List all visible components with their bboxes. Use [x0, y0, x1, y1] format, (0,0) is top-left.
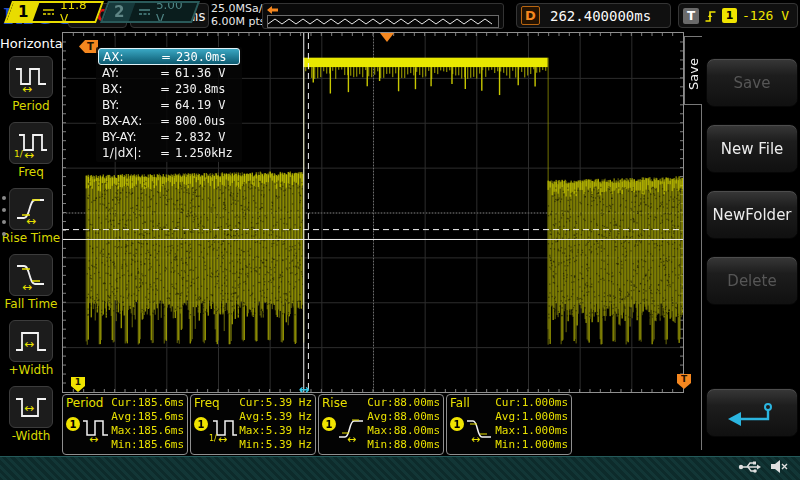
- measurement-panel-rise[interactable]: Rise 1 ↔ Cur:88.00ms Avg:88.00ms Max:88.…: [318, 394, 444, 455]
- cursor-measurement-panel: AX: = 230.0ms AY: = 61.36 V BX: = 230.8m…: [96, 47, 242, 162]
- waveform-position-thumbnail[interactable]: [262, 3, 504, 29]
- menu-item-period[interactable]: ↔ Period: [0, 56, 62, 113]
- measurement-panel-freq[interactable]: Freq 1 1/ ↔ Cur:5.39 Hz Avg:5.39 Hz Max:…: [190, 394, 316, 455]
- menu-item-plus-width[interactable]: ↔ +Width: [0, 320, 62, 377]
- svg-text:1/: 1/: [209, 434, 217, 443]
- channel1-badge: 1: [322, 417, 336, 431]
- menu-item-freq[interactable]: 1/ ↔ Freq: [0, 122, 62, 179]
- svg-text:↔: ↔: [218, 433, 227, 443]
- memory-depth: 6.00M pts: [211, 15, 268, 28]
- return-arrow-icon: [724, 400, 780, 426]
- fall-time-icon: ↔: [9, 254, 53, 296]
- trigger-t-badge: T: [683, 8, 699, 24]
- period-glyph-icon: ↔: [81, 413, 111, 447]
- freq-glyph-icon: 1/ ↔: [209, 413, 239, 447]
- trigger-source-badge: 1: [722, 8, 737, 23]
- menu-scroll-indicator: [2, 196, 6, 236]
- save-button[interactable]: Save: [706, 58, 798, 107]
- menu-item-rise-time[interactable]: ↔ Rise Time: [0, 188, 62, 245]
- dc-coupling-icon: [138, 7, 151, 17]
- delete-button[interactable]: Delete: [706, 256, 798, 305]
- channel1-badge: 1: [194, 417, 208, 431]
- delay-box[interactable]: D 262.400000ms: [516, 3, 671, 28]
- menu-item-fall-time[interactable]: ↔ Fall Time: [0, 254, 62, 311]
- thumbnail-window: [267, 15, 499, 28]
- svg-text:↔: ↔: [26, 214, 36, 226]
- channel2-tab[interactable]: 2 5.00 V: [100, 1, 200, 23]
- menu-frame-line: [684, 36, 702, 37]
- sample-rate: 25.0MSa/s: [211, 2, 268, 15]
- cursor-row-by-ay[interactable]: BY-AY: = 2.832 V: [98, 129, 240, 145]
- delay-value: 262.400000ms: [550, 8, 651, 24]
- new-folder-button[interactable]: NewFolder: [706, 190, 798, 239]
- oscilloscope-screen: RIGOL STOP H 20.0ms 25.0MSa/s 6.00M pts …: [0, 0, 800, 480]
- rise-glyph-icon: ↔: [337, 413, 367, 447]
- svg-text:↔: ↔: [24, 401, 34, 415]
- channel1-tab[interactable]: 1 11.8 V: [4, 1, 104, 23]
- channel1-badge: 1: [66, 417, 80, 431]
- trigger-position-thumb-icon: [267, 6, 278, 14]
- menu-item-label: Fall Time: [0, 297, 62, 311]
- svg-text:↔: ↔: [24, 148, 34, 160]
- new-file-button[interactable]: New File: [706, 124, 798, 173]
- fall-glyph-icon: ↔: [465, 413, 495, 447]
- menu-frame-line: [701, 104, 702, 450]
- dc-coupling-icon: [42, 7, 55, 17]
- trigger-level-value: -126 V: [742, 8, 789, 23]
- plus-width-icon: ↔: [9, 320, 53, 362]
- delay-d-badge: D: [521, 6, 540, 25]
- cursor-row-ax[interactable]: AX: = 230.0ms: [98, 48, 240, 65]
- channel1-scale: 11.8 V: [60, 1, 98, 23]
- speaker-muted-icon: [770, 459, 789, 474]
- thumbnail-waveform: [268, 19, 492, 24]
- trigger-position-icon[interactable]: [380, 33, 394, 42]
- svg-text:↔: ↔: [22, 82, 32, 94]
- svg-text:↔: ↔: [22, 280, 32, 292]
- menu-title: Horizontal: [0, 36, 62, 51]
- menu-item-label: -Width: [0, 429, 62, 443]
- return-button[interactable]: [706, 388, 798, 437]
- menu-item-label: Period: [0, 99, 62, 113]
- menu-item-minus-width[interactable]: ↔ -Width: [0, 386, 62, 443]
- menu-page-tab: Save: [686, 58, 701, 90]
- menu-frame-line: [684, 104, 702, 105]
- menu-item-label: Freq: [0, 165, 62, 179]
- period-icon: ↔: [9, 56, 53, 98]
- svg-text:↔: ↔: [471, 433, 480, 443]
- freq-icon: 1/ ↔: [9, 122, 53, 164]
- cursor-row-inv-dx[interactable]: 1/|dX|: = 1.250kHz: [98, 145, 240, 161]
- svg-text:↔: ↔: [24, 337, 34, 351]
- graticule: T 1 T ↔ AX: = 230.0ms AY: = 61.36 V BX: …: [62, 32, 684, 393]
- svg-text:1/: 1/: [14, 149, 24, 159]
- usb-icon: [738, 459, 762, 474]
- trigger-box[interactable]: T 1 -126 V: [678, 3, 798, 28]
- cursor-row-bx-ax[interactable]: BX-AX: = 800.0us: [98, 113, 240, 129]
- measurement-panel-period[interactable]: Period 1 ↔ Cur:185.6ms Avg:185.6ms Max:1…: [62, 394, 188, 455]
- measurement-panel-fall[interactable]: Fall 1 ↔ Cur:1.000ms Avg:1.000ms Max:1.0…: [446, 394, 572, 455]
- cursor-row-bx[interactable]: BX: = 230.8ms: [98, 81, 240, 97]
- channel1-badge: 1: [450, 417, 464, 431]
- menu-item-label: Rise Time: [0, 231, 62, 245]
- svg-text:↔: ↔: [89, 433, 98, 443]
- trigger-rising-edge-icon: [704, 8, 717, 24]
- menu-frame-line: [684, 36, 685, 104]
- status-bar: [0, 456, 800, 480]
- cursor-row-by[interactable]: BY: = 64.19 V: [98, 97, 240, 113]
- svg-text:↔: ↔: [347, 433, 356, 443]
- cursor-row-ay[interactable]: AY: = 61.36 V: [98, 65, 240, 81]
- rise-time-icon: ↔: [9, 188, 53, 230]
- channel2-scale: 5.00 V: [156, 1, 194, 23]
- minus-width-icon: ↔: [9, 386, 53, 428]
- menu-item-label: +Width: [0, 363, 62, 377]
- acquisition-info: 25.0MSa/s 6.00M pts: [211, 2, 268, 28]
